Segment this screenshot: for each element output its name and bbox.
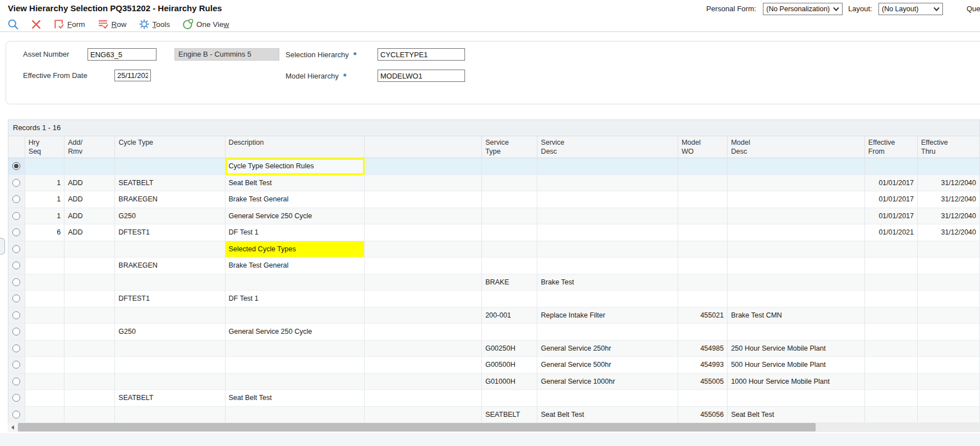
cell-add_rmv[interactable] [65, 341, 115, 357]
cell-service_type[interactable] [482, 291, 537, 307]
row-select-radio[interactable] [12, 311, 20, 319]
cell-service_type[interactable] [482, 224, 537, 241]
cell-service_desc[interactable] [537, 175, 678, 192]
cell-cycle_type[interactable] [115, 241, 225, 258]
cell-spacer[interactable] [365, 258, 482, 274]
cell-cycle_type[interactable]: SEATBELT [115, 390, 225, 407]
cell-cycle_type[interactable]: SEATBELT [115, 175, 225, 192]
cell-eff_from[interactable]: 01/01/2017 [865, 208, 918, 225]
cell-service_desc[interactable] [537, 191, 678, 208]
cell-description[interactable]: General Service 250 Cycle [226, 208, 365, 225]
cell-model_wo[interactable] [678, 324, 728, 341]
row-select-radio[interactable] [12, 411, 20, 419]
cell-model_desc[interactable]: 500 Hour Service Mobile Plant [728, 357, 865, 374]
cell-service_desc[interactable]: General Service 1000hr [537, 374, 678, 390]
cell-service_type[interactable]: G00500H [482, 357, 537, 374]
cell-model_desc[interactable] [728, 224, 865, 241]
cell-spacer[interactable] [365, 407, 482, 424]
scroll-left-arrow[interactable] [8, 422, 17, 432]
row-select-radio[interactable] [12, 344, 20, 352]
cell-service_desc[interactable]: Brake Test [537, 274, 678, 291]
tools-menu-button[interactable]: Tools [139, 19, 171, 30]
row-select-radio[interactable] [12, 394, 20, 402]
cell-spacer[interactable] [365, 357, 482, 374]
cell-cycle_type[interactable]: G250 [115, 208, 225, 225]
personal-form-select[interactable]: (No Personalization) [763, 3, 843, 15]
cell-model_wo[interactable] [678, 291, 728, 307]
row-select-radio[interactable] [12, 195, 20, 203]
row-select-radio[interactable] [12, 378, 20, 385]
cell-eff_thru[interactable] [918, 258, 980, 274]
cell-add_rmv[interactable] [65, 291, 115, 307]
cell-cycle_type[interactable] [115, 407, 225, 424]
cell-add_rmv[interactable] [65, 258, 115, 274]
cell-eff_from[interactable] [865, 374, 918, 390]
cell-description[interactable]: DF Test 1 [226, 291, 365, 307]
cell-add_rmv[interactable]: ADD [65, 175, 115, 192]
cell-spacer[interactable] [365, 324, 482, 341]
cell-cycle_type[interactable] [115, 341, 225, 357]
cell-description[interactable] [226, 374, 365, 390]
cell-service_type[interactable]: G01000H [482, 374, 537, 390]
cell-hry_seq[interactable] [25, 324, 65, 341]
cell-model_wo[interactable] [678, 175, 728, 192]
col-header-description[interactable]: Description [226, 136, 365, 158]
cell-description[interactable]: Selected Cycle Types [226, 241, 365, 258]
cell-model_desc[interactable] [728, 390, 865, 407]
cell-service_type[interactable] [482, 158, 537, 175]
cell-model_desc[interactable] [728, 191, 865, 208]
cell-model_wo[interactable]: 455005 [678, 374, 728, 390]
layout-select[interactable]: (No Layout) [878, 3, 943, 15]
cell-spacer[interactable] [365, 291, 482, 307]
cell-description[interactable] [226, 274, 365, 291]
cell-add_rmv[interactable] [65, 241, 115, 258]
cell-eff_thru[interactable] [918, 307, 980, 324]
cell-service_desc[interactable] [537, 241, 678, 258]
row-select-radio[interactable] [12, 228, 20, 236]
cell-model_desc[interactable] [728, 258, 865, 274]
cell-cycle_type[interactable]: G250 [115, 324, 225, 341]
cell-model_desc[interactable] [728, 208, 865, 225]
cell-spacer[interactable] [365, 191, 482, 208]
cell-eff_thru[interactable] [918, 390, 980, 407]
cell-hry_seq[interactable] [25, 158, 65, 175]
cell-eff_thru[interactable] [918, 407, 980, 424]
cell-description[interactable]: Brake Test General [226, 258, 365, 274]
cell-service_desc[interactable] [537, 158, 678, 175]
cell-spacer[interactable] [365, 274, 482, 291]
cell-description[interactable] [226, 307, 365, 324]
cell-spacer[interactable] [365, 374, 482, 390]
cell-eff_thru[interactable] [918, 324, 980, 341]
cell-eff_thru[interactable]: 31/12/2040 [918, 191, 980, 208]
cell-description[interactable]: DF Test 1 [226, 224, 365, 241]
cell-eff_from[interactable]: 01/01/2017 [865, 191, 918, 208]
cell-spacer[interactable] [365, 158, 482, 175]
row-select-radio[interactable] [12, 245, 20, 253]
cell-cycle_type[interactable] [115, 307, 225, 324]
cell-service_type[interactable] [482, 191, 537, 208]
cell-eff_from[interactable] [865, 158, 918, 175]
cell-model_wo[interactable] [678, 274, 728, 291]
cell-service_desc[interactable] [537, 208, 678, 225]
cell-spacer[interactable] [365, 341, 482, 357]
col-header-service_desc[interactable]: Service Desc [537, 136, 678, 158]
cell-hry_seq[interactable] [25, 241, 65, 258]
cell-eff_from[interactable] [865, 357, 918, 374]
row-select-radio[interactable] [12, 278, 20, 286]
cell-add_rmv[interactable] [65, 407, 115, 424]
cell-cycle_type[interactable]: BRAKEGEN [115, 191, 225, 208]
cell-hry_seq[interactable] [25, 291, 65, 307]
cell-cycle_type[interactable]: DFTEST1 [115, 291, 225, 307]
cell-eff_from[interactable]: 01/01/2021 [865, 224, 918, 241]
cell-model_wo[interactable] [678, 241, 728, 258]
cell-spacer[interactable] [365, 224, 482, 241]
cell-eff_thru[interactable] [918, 374, 980, 390]
cell-add_rmv[interactable] [65, 274, 115, 291]
effective-from-date-input[interactable] [114, 70, 151, 81]
scrollbar-thumb[interactable] [18, 423, 816, 431]
cell-description[interactable]: General Service 250 Cycle [226, 324, 365, 341]
row-select-radio[interactable] [12, 179, 20, 187]
cell-model_wo[interactable]: 454985 [678, 341, 728, 357]
selection-hierarchy-input[interactable] [378, 48, 465, 61]
col-header-eff_from[interactable]: Effective From [865, 136, 918, 158]
